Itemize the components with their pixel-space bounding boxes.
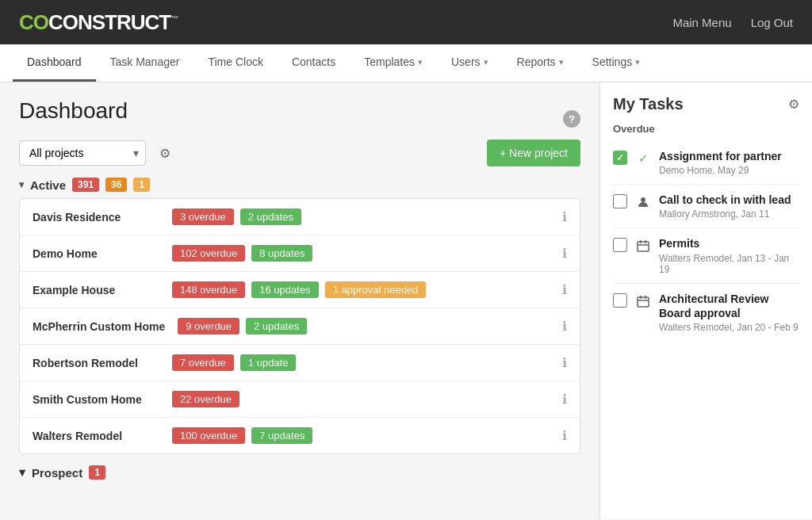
logo-co: CO (19, 10, 48, 34)
updates-badge: 8 updates (251, 245, 312, 262)
active-badge-red: 391 (72, 178, 99, 192)
task-checkbox[interactable] (613, 194, 627, 208)
task-title: Permits (659, 236, 799, 250)
list-item: Call to check in with lead Mallory Armst… (613, 185, 799, 228)
updates-badge: 7 updates (251, 427, 312, 444)
tab-task-manager[interactable]: Task Manager (96, 44, 194, 82)
prospect-badge: 1 (89, 465, 105, 480)
svg-rect-1 (638, 242, 649, 251)
table-row: Example House 148 overdue 16 updates 1 a… (20, 272, 580, 308)
project-select-wrapper: All projects (19, 140, 146, 166)
person-icon (634, 193, 653, 212)
tab-settings[interactable]: Settings ▾ (578, 44, 655, 82)
project-badges: 148 overdue 16 updates 1 approval needed (159, 281, 562, 298)
task-sub: Demo Home, May 29 (659, 165, 799, 176)
project-badges: 3 overdue 2 updates (159, 208, 562, 225)
top-nav: COCONSTRUCT™ Main Menu Log Out (0, 0, 812, 44)
main-menu-link[interactable]: Main Menu (672, 16, 731, 29)
project-info-icon[interactable]: ℹ (562, 428, 567, 443)
overdue-badge: 9 overdue (178, 318, 239, 335)
project-name: Smith Custom Home (33, 393, 159, 406)
filter-gear-icon[interactable]: ⚙ (154, 142, 176, 164)
task-checkbox[interactable] (613, 238, 627, 252)
approval-badge: 1 approval needed (325, 281, 427, 298)
project-info-icon[interactable]: ℹ (562, 282, 567, 297)
projects-table: Davis Residence 3 overdue 2 updates ℹ De… (19, 198, 580, 454)
updates-badge: 16 updates (251, 281, 318, 298)
overdue-badge: 102 overdue (172, 245, 245, 262)
new-project-button[interactable]: + New project (487, 140, 580, 166)
tab-nav: Dashboard Task Manager Time Clock Contac… (0, 44, 812, 82)
logo: COCONSTRUCT™ (19, 10, 178, 35)
task-content: Call to check in with lead Mallory Armst… (659, 193, 799, 220)
prospect-label: Prospect (32, 466, 82, 480)
task-sub: Mallory Armstrong, Jan 11 (659, 208, 799, 220)
my-tasks-gear-icon[interactable]: ⚙ (788, 97, 799, 112)
calendar-icon (634, 292, 653, 311)
tab-time-clock[interactable]: Time Clock (193, 44, 278, 82)
table-row: Davis Residence 3 overdue 2 updates ℹ (20, 199, 580, 235)
list-item: Permits Walters Remodel, Jan 13 - Jan 19 (613, 228, 799, 283)
project-name: Davis Residence (33, 211, 159, 224)
svg-point-0 (641, 197, 645, 202)
task-content: Permits Walters Remodel, Jan 13 - Jan 19 (659, 236, 799, 274)
project-select[interactable]: All projects (19, 140, 146, 166)
tab-reports[interactable]: Reports ▾ (503, 44, 578, 82)
project-badges: 100 overdue 7 updates (159, 427, 562, 444)
project-name: Robertson Remodel (33, 357, 159, 369)
active-section-header[interactable]: ▾ Active 391 36 1 (19, 178, 580, 192)
page-title-row: Dashboard ? (19, 98, 580, 140)
overdue-badge: 3 overdue (172, 208, 234, 225)
tab-templates[interactable]: Templates ▾ (350, 44, 437, 82)
list-item: ✓ Assignment for partner Demo Home, May … (613, 141, 799, 185)
table-row: Robertson Remodel 7 overdue 1 update ℹ (20, 345, 580, 381)
top-nav-right: Main Menu Log Out (672, 16, 793, 29)
templates-chevron: ▾ (418, 57, 423, 67)
project-badges: 9 overdue 2 updates (165, 318, 562, 335)
project-info-icon[interactable]: ℹ (562, 319, 567, 334)
active-label: Active (30, 178, 66, 192)
task-sub: Walters Remodel, Jan 13 - Jan 19 (659, 253, 799, 275)
left-panel: Dashboard ? All projects ⚙ + New project… (0, 82, 599, 519)
calendar-icon (634, 236, 653, 255)
list-item: Architectural Review Board approval Walt… (613, 284, 799, 341)
tab-users[interactable]: Users ▾ (437, 44, 503, 82)
log-out-link[interactable]: Log Out (751, 16, 793, 29)
task-content: Assignment for partner Demo Home, May 29 (659, 149, 799, 176)
project-name: Walters Remodel (33, 430, 159, 442)
overdue-badge: 22 overdue (172, 391, 239, 407)
task-content: Architectural Review Board approval Walt… (659, 292, 799, 333)
my-tasks-panel: My Tasks ⚙ Overdue ✓ Assignment for part… (599, 82, 812, 519)
toolbar-row: All projects ⚙ + New project (19, 140, 580, 166)
prospect-chevron-icon: ▾ (19, 465, 25, 480)
task-title: Architectural Review Board approval (659, 292, 799, 320)
table-row: Walters Remodel 100 overdue 7 updates ℹ (20, 418, 580, 453)
task-sub: Walters Remodel, Jan 20 - Feb 9 (659, 322, 799, 333)
project-badges: 7 overdue 1 update (159, 354, 562, 371)
my-tasks-title: My Tasks (613, 95, 684, 113)
project-name: Demo Home (33, 247, 159, 260)
updates-badge: 1 update (240, 354, 297, 371)
tab-dashboard[interactable]: Dashboard (13, 44, 96, 82)
logo-tm: ™ (170, 14, 178, 23)
task-checkbox[interactable] (613, 293, 627, 308)
tab-contacts[interactable]: Contacts (278, 44, 350, 82)
project-info-icon[interactable]: ℹ (562, 209, 567, 224)
overdue-label: Overdue (613, 123, 799, 135)
toolbar-left: All projects ⚙ (19, 140, 176, 166)
project-info-icon[interactable]: ℹ (562, 246, 567, 261)
task-title: Call to check in with lead (659, 193, 799, 207)
project-info-icon[interactable]: ℹ (562, 355, 567, 370)
active-chevron-icon: ▾ (19, 179, 24, 190)
active-badge-orange: 36 (105, 178, 127, 192)
help-icon[interactable]: ? (563, 110, 580, 128)
prospect-section-header[interactable]: ▾ Prospect 1 (19, 465, 580, 480)
task-checkbox-checked[interactable] (613, 151, 627, 165)
page-title: Dashboard (19, 98, 128, 124)
table-row: Demo Home 102 overdue 8 updates ℹ (20, 235, 580, 272)
table-row: McPherrin Custom Home 9 overdue 2 update… (20, 308, 580, 345)
project-info-icon[interactable]: ℹ (562, 392, 567, 407)
overdue-badge: 148 overdue (172, 281, 245, 298)
main-content: Dashboard ? All projects ⚙ + New project… (0, 82, 812, 519)
active-badge-yellow: 1 (133, 178, 150, 192)
